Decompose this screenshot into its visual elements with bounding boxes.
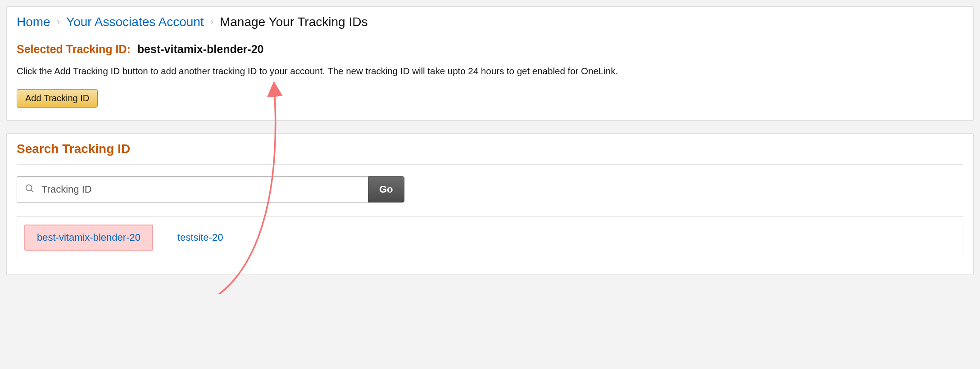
breadcrumb: Home › Your Associates Account › Manage … — [17, 15, 963, 29]
svg-point-0 — [26, 185, 32, 191]
tracking-id-item-highlighted[interactable]: best-vitamix-blender-20 — [24, 225, 153, 251]
search-row: Go — [17, 176, 963, 202]
add-tracking-id-button[interactable]: Add Tracking ID — [17, 89, 98, 108]
tracking-id-item[interactable]: testsite-20 — [166, 225, 235, 250]
breadcrumb-current: Manage Your Tracking IDs — [220, 15, 368, 29]
selected-tracking-id-line: Selected Tracking ID: best-vitamix-blend… — [17, 43, 963, 56]
breadcrumb-separator-icon: › — [210, 16, 213, 28]
search-icon — [25, 184, 35, 195]
search-tracking-id-card: Search Tracking ID Go best-vitamix-blend… — [6, 133, 974, 275]
selected-tracking-id-value: best-vitamix-blender-20 — [137, 43, 264, 55]
breadcrumb-separator-icon: › — [57, 16, 60, 28]
breadcrumb-account-link[interactable]: Your Associates Account — [66, 15, 204, 29]
selected-tracking-id-label: Selected Tracking ID: — [17, 43, 131, 55]
svg-line-1 — [31, 190, 33, 192]
tracking-id-header-card: Home › Your Associates Account › Manage … — [6, 6, 974, 121]
help-text: Click the Add Tracking ID button to add … — [17, 66, 963, 76]
breadcrumb-home-link[interactable]: Home — [17, 15, 50, 29]
tracking-id-results: best-vitamix-blender-20 testsite-20 — [17, 216, 963, 259]
search-section-title: Search Tracking ID — [17, 142, 963, 165]
tracking-id-search-input[interactable] — [17, 176, 368, 202]
go-button[interactable]: Go — [368, 176, 404, 202]
